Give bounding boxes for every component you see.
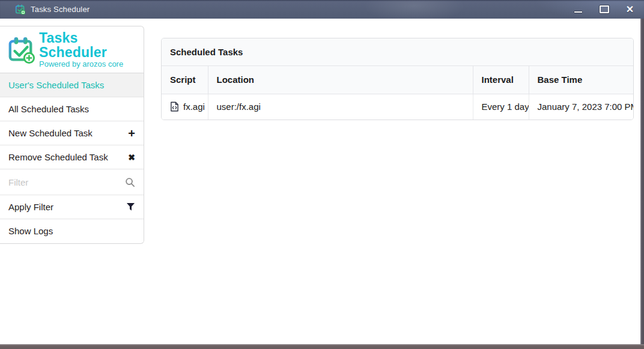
sidebar-item-apply-filter[interactable]: Apply Filter	[0, 195, 144, 219]
cell-interval: Every 1 day	[473, 94, 529, 120]
window-border-right	[640, 19, 644, 344]
sidebar-item-label: Remove Scheduled Task	[8, 152, 108, 162]
logo-text: Tasks Scheduler Powered by arozos core	[39, 31, 136, 68]
app-logo: Tasks Scheduler Powered by arozos core	[0, 26, 144, 73]
column-header-interval: Interval	[473, 66, 529, 94]
sidebar-item-all-scheduled-tasks[interactable]: All Scheduled Tasks	[0, 97, 144, 121]
sidebar-item-label: Show Logs	[8, 226, 53, 236]
logo-title: Tasks Scheduler	[39, 31, 136, 59]
window-controls: ✕	[565, 0, 643, 19]
cell-location: user:/fx.agi	[208, 94, 473, 120]
logo-subtitle: Powered by arozos core	[39, 60, 136, 68]
sidebar-item-label: All Scheduled Tasks	[8, 104, 89, 114]
logo-calendar-icon	[7, 36, 35, 64]
table-row[interactable]: fx.agi user:/fx.agi Every 1 day January …	[162, 94, 634, 120]
close-button[interactable]: ✕	[617, 0, 643, 19]
sidebar-item-label: Apply Filter	[8, 202, 53, 212]
column-header-script: Script	[162, 66, 208, 94]
maximize-icon	[600, 5, 609, 13]
window-border-bottom	[0, 344, 644, 349]
sidebar-item-users-scheduled-tasks[interactable]: User's Scheduled Tasks	[0, 73, 144, 97]
file-code-icon	[170, 102, 179, 112]
cross-icon: ✖	[128, 153, 135, 162]
table-header-row: Script Location Interval Base Time	[162, 66, 634, 94]
script-name: fx.agi	[183, 102, 205, 112]
search-icon	[125, 169, 135, 195]
cell-script: fx.agi	[162, 94, 208, 120]
filter-input[interactable]	[0, 169, 108, 195]
window-title: Tasks Scheduler	[31, 5, 90, 14]
maximize-button[interactable]	[591, 0, 617, 19]
sidebar-item-show-logs[interactable]: Show Logs	[0, 219, 144, 243]
sidebar-item-remove-scheduled-task[interactable]: Remove Scheduled Task ✖	[0, 145, 144, 169]
sidebar-item-label: User's Scheduled Tasks	[8, 80, 104, 90]
filter-row	[0, 169, 144, 195]
close-icon: ✕	[626, 5, 634, 14]
column-header-basetime: Base Time	[529, 66, 634, 94]
cell-basetime: January 7, 2023 7:00 PM	[529, 94, 634, 120]
column-header-location: Location	[208, 66, 473, 94]
app-calendar-icon	[15, 4, 25, 14]
sidebar-item-new-scheduled-task[interactable]: New Scheduled Task +	[0, 121, 144, 145]
sidebar: Tasks Scheduler Powered by arozos core U…	[0, 26, 144, 244]
app-window: Tasks Scheduler ✕ Tasks Scheduler Powere…	[0, 0, 644, 349]
sidebar-item-label: New Scheduled Task	[8, 128, 93, 138]
minimize-button[interactable]	[565, 0, 591, 19]
filter-funnel-icon	[126, 202, 135, 211]
plus-icon: +	[128, 127, 135, 139]
minimize-icon	[574, 11, 583, 13]
panel-title: Scheduled Tasks	[162, 38, 633, 66]
scheduled-tasks-table: Script Location Interval Base Time	[162, 66, 634, 120]
scheduled-tasks-panel: Scheduled Tasks Script Location Interval…	[161, 38, 634, 120]
titlebar[interactable]: Tasks Scheduler ✕	[0, 0, 644, 19]
